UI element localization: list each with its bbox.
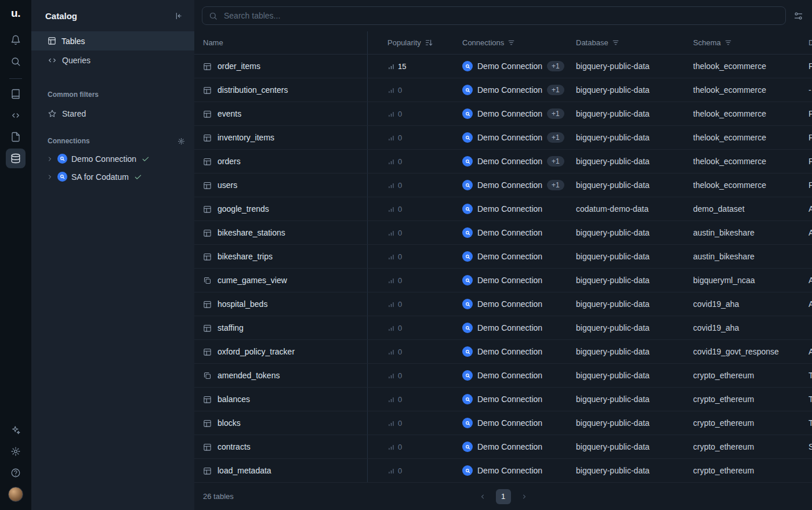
search-tables-input[interactable] [223, 10, 779, 21]
next-page-icon[interactable] [518, 490, 531, 503]
connection-name: SA for Codatum [71, 172, 129, 182]
database-cell: bigquery-public-data [576, 62, 693, 71]
more-connections-badge[interactable]: +1 [547, 108, 564, 119]
view-settings-sliders-icon[interactable] [793, 11, 803, 21]
column-header-popularity[interactable]: Popularity [368, 31, 462, 54]
more-connections-badge[interactable]: +1 [547, 156, 564, 167]
table-row[interactable]: inventory_items 0 Demo Connection +1 big… [194, 126, 812, 150]
notifications-bell-icon[interactable] [6, 30, 26, 50]
table-name[interactable]: order_items [217, 62, 260, 71]
schema-cell: austin_bikeshare [693, 252, 809, 261]
column-header-database[interactable]: Database [576, 31, 693, 54]
notebook-file-icon[interactable] [6, 127, 26, 147]
table-row[interactable]: users 0 Demo Connection +1 bigquery-publ… [194, 173, 812, 197]
sidebar-connection-item[interactable]: Demo Connection [31, 150, 194, 168]
table-row[interactable]: bikeshare_trips 0 Demo Connection bigque… [194, 245, 812, 269]
connection-name: Demo Connection [477, 466, 542, 475]
table-name[interactable]: load_metadata [217, 466, 271, 475]
sidebar-item-label: Tables [61, 37, 85, 46]
connection-avatar-icon [462, 108, 473, 119]
more-connections-badge[interactable]: +1 [547, 132, 564, 143]
chevron-right-icon[interactable] [46, 155, 53, 162]
table-row[interactable]: bikeshare_stations 0 Demo Connection big… [194, 221, 812, 245]
table-row[interactable]: order_items 15 Demo Connection +1 bigque… [194, 55, 812, 78]
description-cell: - [809, 85, 812, 95]
popularity-cell: 0 [368, 419, 462, 428]
popularity-cell: 0 [368, 371, 462, 380]
table-row[interactable]: cume_games_view 0 Demo Connection bigque… [194, 269, 812, 292]
previous-page-icon[interactable] [476, 490, 489, 503]
table-row[interactable]: amended_tokens 0 Demo Connection bigquer… [194, 364, 812, 388]
table-name[interactable]: google_trends [217, 204, 269, 214]
column-header-name[interactable]: Name [194, 31, 368, 54]
sidebar-item-tables[interactable]: Tables [31, 31, 194, 50]
sidebar-item-queries[interactable]: Queries [31, 50, 194, 70]
column-header-schema[interactable]: Schema [693, 31, 809, 54]
table-row[interactable]: load_metadata 0 Demo Connection bigquery… [194, 459, 812, 483]
ai-sparkles-icon[interactable] [6, 420, 26, 440]
connections-cell: Demo Connection [462, 275, 576, 285]
schema-cell: thelook_ecommerce [693, 180, 809, 190]
chevron-right-icon[interactable] [46, 173, 53, 180]
table-name[interactable]: distribution_centers [217, 85, 288, 95]
table-row[interactable]: oxford_policy_tracker 0 Demo Connection … [194, 340, 812, 364]
table-header-row: Name Popularity Connections Database Sch… [194, 31, 812, 55]
search-icon[interactable] [6, 52, 26, 71]
column-header-description[interactable]: D [809, 31, 812, 54]
bar-chart-icon [387, 253, 395, 261]
connection-name: Demo Connection [477, 299, 542, 309]
user-avatar[interactable] [8, 487, 23, 502]
table-name[interactable]: oxford_policy_tracker [217, 347, 295, 356]
more-connections-badge[interactable]: +1 [547, 180, 564, 190]
sidebar-item-starred[interactable]: Stared [31, 104, 194, 123]
bar-chart-icon [387, 467, 395, 475]
description-cell: S [809, 442, 812, 451]
table-name[interactable]: bikeshare_trips [217, 252, 273, 261]
database-cell: bigquery-public-data [576, 276, 693, 285]
table-name[interactable]: inventory_items [217, 133, 274, 142]
page-number[interactable]: 1 [496, 489, 511, 504]
table-name[interactable]: balances [217, 395, 250, 404]
table-row[interactable]: staffing 0 Demo Connection bigquery-publ… [194, 316, 812, 340]
code-icon[interactable] [6, 106, 26, 125]
table-row[interactable]: balances 0 Demo Connection bigquery-publ… [194, 388, 812, 411]
settings-gear-icon[interactable] [6, 442, 26, 461]
search-tables-box[interactable] [202, 6, 786, 25]
name-cell: amended_tokens [194, 364, 368, 387]
table-row[interactable]: distribution_centers 0 Demo Connection +… [194, 78, 812, 102]
app-logo[interactable]: u. [11, 7, 20, 20]
table-name[interactable]: hospital_beds [217, 299, 267, 309]
table-name[interactable]: cume_games_view [217, 276, 287, 285]
help-icon[interactable] [6, 463, 26, 483]
catalog-database-icon[interactable] [6, 149, 26, 168]
popularity-value: 0 [398, 324, 402, 332]
table-name[interactable]: blocks [217, 418, 241, 428]
table-row[interactable]: hospital_beds 0 Demo Connection bigquery… [194, 292, 812, 316]
table-name[interactable]: orders [217, 157, 241, 166]
schema-cell: crypto_ethereum [693, 395, 809, 404]
docs-book-icon[interactable] [6, 84, 26, 104]
table-row[interactable]: blocks 0 Demo Connection bigquery-public… [194, 411, 812, 435]
table-name[interactable]: amended_tokens [217, 371, 280, 380]
table-name[interactable]: staffing [217, 323, 244, 332]
table-row[interactable]: google_trends 0 Demo Connection codatum-… [194, 197, 812, 221]
connections-cell: Demo Connection +1 [462, 156, 576, 167]
sidebar-connection-item[interactable]: SA for Codatum [31, 168, 194, 186]
table-name[interactable]: contracts [217, 442, 251, 451]
filter-icon[interactable] [612, 39, 619, 46]
table-name[interactable]: users [217, 180, 237, 190]
sort-descending-icon[interactable] [425, 38, 433, 47]
table-name[interactable]: bikeshare_stations [217, 228, 285, 237]
popularity-value: 0 [398, 181, 402, 190]
filter-icon[interactable] [724, 39, 732, 46]
table-row[interactable]: orders 0 Demo Connection +1 bigquery-pub… [194, 150, 812, 173]
collapse-sidebar-icon[interactable] [171, 9, 185, 23]
column-header-connections[interactable]: Connections [462, 31, 576, 54]
table-name[interactable]: events [217, 109, 241, 118]
filter-icon[interactable] [507, 39, 515, 46]
more-connections-badge[interactable]: +1 [547, 85, 564, 95]
table-row[interactable]: events 0 Demo Connection +1 bigquery-pub… [194, 102, 812, 126]
connections-settings-icon[interactable] [177, 138, 185, 145]
more-connections-badge[interactable]: +1 [547, 61, 564, 71]
table-row[interactable]: contracts 0 Demo Connection bigquery-pub… [194, 435, 812, 459]
